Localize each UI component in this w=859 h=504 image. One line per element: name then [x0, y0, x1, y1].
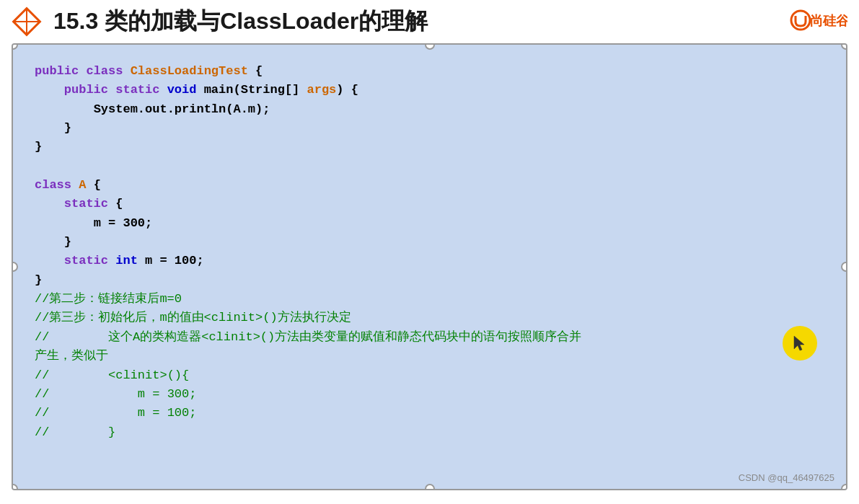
- code-line-18: // m = 100;: [35, 404, 824, 423]
- code-line-15b: 产生，类似于: [35, 347, 824, 366]
- code-block: public class ClassLoadingTest { public s…: [13, 45, 846, 454]
- code-line-17: // m = 300;: [35, 385, 824, 404]
- header: 15.3 类的加载与ClassLoader的理解 尚硅谷: [0, 0, 859, 43]
- code-line-1: public class ClassLoadingTest {: [35, 62, 824, 81]
- code-line-5: }: [35, 138, 824, 156]
- page-title: 15.3 类的加载与ClassLoader的理解: [53, 6, 790, 37]
- code-line-10: }: [35, 233, 824, 252]
- code-line-2: public static void main(String[] args) {: [35, 81, 824, 100]
- handle-bot-left[interactable]: [12, 484, 18, 490]
- watermark: CSDN @qq_46497625: [739, 472, 834, 483]
- code-container: public class ClassLoadingTest { public s…: [12, 43, 847, 490]
- code-line-6: [35, 157, 824, 176]
- code-line-19: // }: [35, 423, 824, 442]
- handle-mid-right[interactable]: [841, 262, 847, 272]
- brand-text: 尚硅谷: [790, 6, 847, 38]
- code-line-14: //第三步：初始化后，m的值由<clinit>()方法执行决定: [35, 309, 824, 327]
- code-line-16: // <clinit>(){: [35, 366, 824, 385]
- code-line-13: //第二步：链接结束后m=0: [35, 290, 824, 309]
- code-line-12: }: [35, 271, 824, 290]
- code-line-3: System.out.println(A.m);: [35, 100, 824, 119]
- cursor-indicator: [783, 326, 817, 361]
- code-line-11: static int m = 100;: [35, 252, 824, 270]
- code-line-8: static {: [35, 195, 824, 213]
- brand-logo: 尚硅谷: [790, 7, 847, 36]
- code-line-9: m = 300;: [35, 214, 824, 233]
- code-line-7: class A {: [35, 176, 824, 195]
- code-line-15: // 这个A的类构造器<clinit>()方法由类变量的赋值和静态代码块中的语句…: [35, 328, 824, 347]
- handle-bot-center[interactable]: [425, 484, 435, 490]
- logo-icon: [12, 6, 42, 37]
- code-line-4: }: [35, 119, 824, 138]
- handle-bot-right[interactable]: [841, 484, 847, 490]
- svg-text:尚硅谷: 尚硅谷: [810, 14, 847, 28]
